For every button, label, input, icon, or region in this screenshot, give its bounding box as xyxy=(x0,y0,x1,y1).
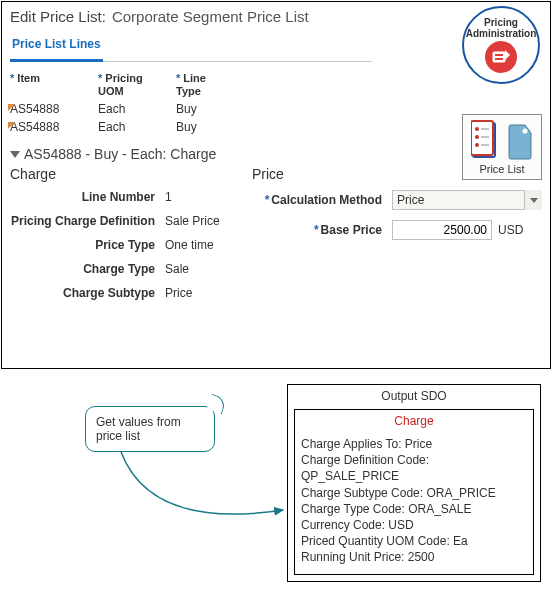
output-sdo-title: Output SDO xyxy=(294,389,534,403)
line-number-value: 1 xyxy=(165,190,172,204)
cell-item-value: AS54888 xyxy=(10,102,59,116)
calc-method-label-text: Calculation Method xyxy=(271,193,382,207)
col-type-label1: Line xyxy=(183,72,206,84)
currency-label: USD xyxy=(498,223,523,237)
calc-method-label: *Calculation Method xyxy=(252,193,392,207)
charge-line: Charge Applies To: Price xyxy=(301,436,527,452)
pricing-admin-icon xyxy=(485,41,517,73)
calc-method-select[interactable]: Price xyxy=(392,190,542,210)
chevron-down-icon[interactable] xyxy=(524,190,542,210)
price-list-panel: Edit Price List: Corporate Segment Price… xyxy=(1,1,551,369)
base-price-input[interactable] xyxy=(392,220,492,240)
tab-price-list-lines[interactable]: Price List Lines xyxy=(10,33,103,62)
svg-rect-1 xyxy=(495,54,503,56)
price-list-badge: Price List xyxy=(462,114,542,180)
charge-box-title: Charge xyxy=(301,414,527,428)
col-uom-label1: Pricing xyxy=(105,72,142,84)
cell-uom: Each xyxy=(98,102,158,116)
col-item: * Item xyxy=(10,70,80,100)
disclosure-triangle-icon[interactable] xyxy=(10,151,20,158)
svg-rect-0 xyxy=(493,52,505,62)
price-list-icon xyxy=(467,119,537,161)
output-sdo-box: Output SDO Charge Charge Applies To: Pri… xyxy=(287,384,541,582)
row-marker-icon xyxy=(8,122,15,129)
charge-subtype-label: Charge Subtype xyxy=(10,286,165,300)
tag-icon xyxy=(507,123,533,161)
charge-subtype-value: Price xyxy=(165,286,192,300)
charge-left-column: Charge Line Number1 Pricing Charge Defin… xyxy=(10,166,252,310)
col-line-type: * LineType xyxy=(176,70,226,100)
col-pricing-uom: * PricingUOM xyxy=(98,70,158,100)
charge-line: Charge Subtype Code: ORA_PRICE xyxy=(301,485,527,501)
base-price-label: *Base Price xyxy=(252,223,392,237)
page-title-row: Edit Price List: Corporate Segment Price… xyxy=(10,8,542,25)
pricing-charge-def-label: Pricing Charge Definition xyxy=(10,214,165,228)
charge-grid: Charge Line Number1 Pricing Charge Defin… xyxy=(10,166,542,310)
price-right-column: Price *Calculation Method Price *Base Pr… xyxy=(252,166,542,310)
charge-column-head: Charge xyxy=(10,166,252,182)
price-type-label: Price Type xyxy=(10,238,165,252)
cell-item-value: AS54888 xyxy=(10,120,59,134)
charge-type-value: Sale xyxy=(165,262,189,276)
table-header-row: * Item * PricingUOM * LineType xyxy=(10,70,542,100)
charge-section-title: AS54888 - Buy - Each: Charge xyxy=(24,146,216,162)
svg-rect-4 xyxy=(471,121,493,155)
cell-item: AS54888 xyxy=(10,102,80,116)
row-marker-icon xyxy=(8,104,15,111)
arrow-icon xyxy=(111,440,301,560)
charge-line: Currency Code: USD xyxy=(301,517,527,533)
svg-point-11 xyxy=(523,129,528,134)
charge-line: Charge Definition Code: QP_SALE_PRICE xyxy=(301,452,527,484)
svg-point-6 xyxy=(475,135,479,139)
diagram-area: Get values from price list Output SDO Ch… xyxy=(1,370,551,598)
svg-rect-2 xyxy=(495,58,503,60)
charge-line: Charge Type Code: ORA_SALE xyxy=(301,501,527,517)
cell-item: AS54888 xyxy=(10,120,80,134)
pricing-admin-badge: Pricing Administration xyxy=(462,6,540,84)
svg-point-7 xyxy=(475,143,479,147)
charge-line: Priced Quantity UOM Code: Ea xyxy=(301,533,527,549)
pricing-badge-line1: Pricing xyxy=(484,17,518,28)
line-number-label: Line Number xyxy=(10,190,165,204)
charge-box: Charge Charge Applies To: Price Charge D… xyxy=(294,409,534,575)
price-type-value: One time xyxy=(165,238,214,252)
col-type-label2: Type xyxy=(176,85,201,97)
cell-uom: Each xyxy=(98,120,158,134)
pricing-charge-def-value: Sale Price xyxy=(165,214,220,228)
base-price-label-text: Base Price xyxy=(321,223,382,237)
svg-point-5 xyxy=(475,127,479,131)
price-list-name: Corporate Segment Price List xyxy=(112,8,309,25)
pricing-badge-line2: Administration xyxy=(466,28,537,39)
edit-price-list-label: Edit Price List: xyxy=(10,8,106,25)
col-uom-label2: UOM xyxy=(98,85,124,97)
calc-method-value: Price xyxy=(392,190,542,210)
charge-type-label: Charge Type xyxy=(10,262,165,276)
cell-type: Buy xyxy=(176,102,226,116)
charge-line: Running Unit Price: 2500 xyxy=(301,549,527,565)
cell-type: Buy xyxy=(176,120,226,134)
col-item-label: Item xyxy=(17,72,40,84)
callout-text: Get values from price list xyxy=(96,415,181,443)
price-list-badge-label: Price List xyxy=(467,163,537,175)
